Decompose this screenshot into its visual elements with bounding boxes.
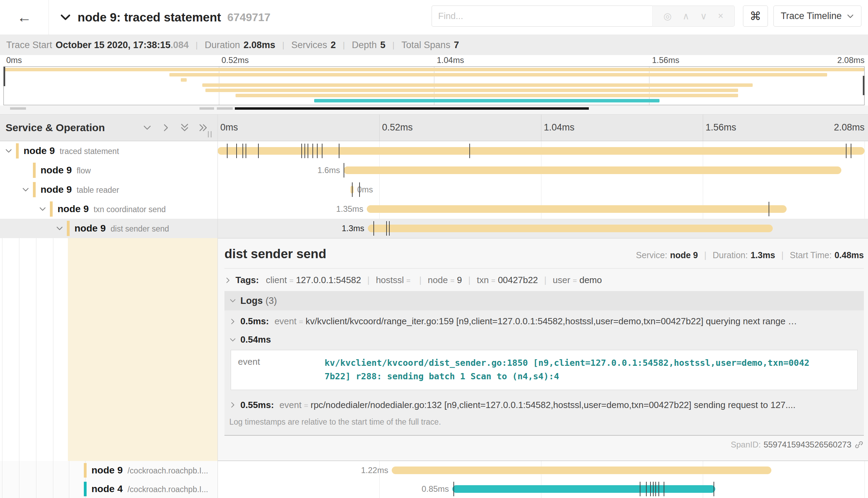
span-name-cell[interactable]: node 9table reader — [0, 180, 218, 199]
tag-item[interactable]: node=9 — [428, 275, 462, 286]
tag-item[interactable]: hostssl= — [376, 275, 413, 286]
span-timeline-inner: 1.3ms — [218, 219, 865, 238]
log-key: event — [238, 356, 325, 383]
span-timeline-cell[interactable] — [218, 141, 868, 161]
span-name-cell[interactable]: node 9dist sender send — [0, 219, 218, 238]
span-expander-icon[interactable] — [5, 147, 12, 155]
span-name-cell[interactable]: node 9txn coordinator send — [0, 199, 218, 219]
minimap-scrubber[interactable] — [0, 106, 868, 114]
logs-header[interactable]: Logs(3) — [224, 291, 864, 310]
detail-meta-label: Service: — [636, 250, 667, 260]
span-duration-label: 1.6ms — [317, 165, 340, 175]
span-timeline-cell[interactable]: 1.6ms — [218, 161, 868, 180]
span-bar[interactable] — [218, 147, 865, 155]
tag-item[interactable]: client=127.0.0.1:54582 — [266, 275, 361, 286]
log-marker — [653, 482, 654, 496]
separator: | — [419, 275, 422, 286]
span-row[interactable]: node 9dist sender send1.3ms — [0, 219, 868, 238]
prev-result-icon[interactable]: ∧ — [682, 11, 689, 22]
span-bar[interactable] — [344, 166, 841, 174]
span-color-bar — [33, 182, 36, 197]
timeline-column-header: Service & Operation 0ms0.52ms1.04ms1.56m… — [0, 114, 868, 141]
log-entry[interactable]: 0.55ms:event=rpc/nodedialer/nodedialer.g… — [224, 394, 864, 413]
scrubber-segment[interactable] — [10, 107, 26, 110]
separator: | — [343, 40, 345, 50]
span-detail-band: dist sender send Service:node 9|Duration… — [0, 238, 868, 461]
span-row[interactable]: node 9/cockroach.roachpb.I...1.22ms — [0, 461, 868, 480]
span-service: node 9 — [41, 184, 72, 195]
trace-timeline-dropdown[interactable]: Trace Timeline — [773, 6, 861, 27]
separator: | — [704, 250, 707, 260]
span-row[interactable]: node 4/cockroach.roachpb.I...0.85ms — [0, 480, 868, 498]
span-bar[interactable] — [367, 205, 787, 213]
collapse-one-icon[interactable] — [143, 123, 152, 132]
scrubber-segment[interactable] — [217, 107, 233, 110]
span-row[interactable]: node 9traced statement — [0, 141, 868, 161]
log-marker — [258, 144, 259, 158]
collapse-trace-icon[interactable] — [60, 11, 71, 23]
span-timeline-cell[interactable]: 0ms — [218, 180, 868, 199]
span-name: node 9dist sender send — [74, 223, 169, 234]
log-expander-icon[interactable] — [229, 318, 236, 325]
tag-item[interactable]: user=demo — [553, 275, 602, 286]
chevron-down-icon — [847, 12, 854, 20]
span-name-cell[interactable]: node 9traced statement — [0, 141, 218, 161]
span-timeline-cell[interactable]: 0.85ms — [218, 480, 868, 498]
span-expander-icon[interactable] — [56, 225, 63, 232]
find-input[interactable] — [432, 6, 652, 27]
minimap-canvas[interactable] — [3, 66, 865, 105]
span-row[interactable]: node 9flow1.6ms — [0, 161, 868, 180]
clear-search-icon[interactable]: × — [718, 11, 724, 21]
span-row[interactable]: node 9table reader0ms — [0, 180, 868, 199]
log-entry-expanded-header[interactable]: 0.54ms — [224, 329, 864, 348]
span-bar[interactable] — [368, 225, 773, 232]
link-icon[interactable] — [854, 440, 864, 450]
log-entry[interactable]: 0.5ms:event=kv/kvclient/kvcoord/range_it… — [224, 310, 864, 329]
find-bar: ◎∧∨× — [432, 6, 735, 27]
log-expander-icon[interactable] — [229, 401, 236, 408]
tags-expander-icon[interactable] — [224, 277, 231, 284]
span-timeline-cell[interactable]: 1.22ms — [218, 461, 868, 480]
expand-one-icon[interactable] — [161, 123, 170, 132]
span-name-cell[interactable]: node 4/cockroach.roachpb.I... — [0, 480, 218, 498]
span-expander-icon[interactable] — [22, 186, 29, 193]
scrubber-segment[interactable] — [200, 107, 214, 110]
span-service: node 9 — [91, 465, 123, 476]
span-timeline-cell[interactable]: 1.35ms — [218, 199, 868, 219]
span-bar[interactable] — [392, 467, 771, 474]
span-row[interactable]: node 9txn coordinator send1.35ms — [0, 199, 868, 219]
log-marker — [846, 144, 847, 158]
span-detail-panel: dist sender send Service:node 9|Duration… — [218, 238, 868, 461]
expand-all-icon[interactable] — [199, 123, 208, 132]
span-timeline-inner: 1.22ms — [218, 461, 865, 480]
log-marker — [301, 144, 302, 158]
span-bar[interactable] — [452, 485, 715, 493]
logs-body: 0.5ms:event=kv/kvclient/kvcoord/range_it… — [224, 310, 864, 435]
log-marker — [242, 144, 243, 158]
minimap-time-labels: 0ms0.52ms1.04ms1.56ms2.08ms — [3, 55, 865, 66]
collapse-all-icon[interactable] — [180, 123, 189, 132]
span-expander-icon[interactable] — [39, 205, 46, 213]
logs-expander-icon[interactable] — [229, 297, 236, 304]
minimap-left-scrubber-handle[interactable] — [3, 67, 5, 86]
tags-row[interactable]: Tags:client=127.0.0.1:54582|hostssl=|nod… — [224, 275, 864, 286]
log-collapse-icon[interactable] — [229, 336, 236, 343]
next-result-icon[interactable]: ∨ — [700, 11, 707, 22]
span-name-cell[interactable]: node 9/cockroach.roachpb.I... — [0, 461, 218, 480]
span-timeline-cell[interactable]: 1.3ms — [218, 219, 868, 238]
equals-sign: = — [406, 277, 410, 284]
column-resize-grip[interactable] — [208, 131, 212, 137]
minimap-span-bar — [169, 73, 827, 76]
tag-item[interactable]: txn=00427b22 — [477, 275, 538, 286]
scrubber-segment[interactable] — [235, 107, 589, 110]
minimap-right-scrubber-handle[interactable] — [863, 76, 865, 95]
summary-value-suffix: .084 — [170, 40, 189, 51]
log-marker — [453, 482, 454, 496]
span-name-cell[interactable]: node 9flow — [0, 161, 218, 180]
back-button[interactable]: ← — [0, 0, 49, 35]
match-target-icon[interactable]: ◎ — [663, 11, 672, 22]
keyboard-shortcuts-button[interactable]: ⌘ — [743, 6, 768, 27]
back-arrow-icon: ← — [17, 9, 32, 26]
log-marker — [352, 182, 353, 197]
tag-value: 9 — [457, 275, 462, 285]
